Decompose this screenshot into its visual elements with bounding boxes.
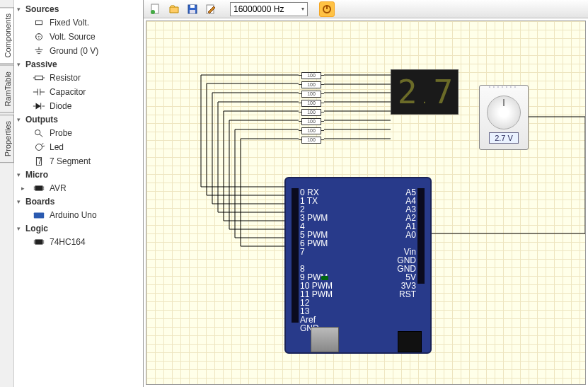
header-left [292,188,299,323]
power-jack [398,331,422,352]
svg-rect-8 [34,212,44,218]
toolbar: 16000000 Hz▾ [144,0,588,18]
capacitor-icon [31,86,47,98]
frequency-select[interactable]: 16000000 Hz▾ [230,2,308,16]
item-capacitor[interactable]: Capacitor [14,85,143,99]
arduino-icon [31,209,47,221]
tab-ramtable[interactable]: RamTable [0,65,14,113]
item-avr[interactable]: ▸AVR [14,181,143,195]
chevron-down-icon: ▾ [301,6,304,12]
open-button[interactable] [166,1,182,17]
svg-rect-13 [190,5,195,8]
resistor-array[interactable]: 100 100 100 100 100 100 100 100 [299,71,324,144]
digit-1: 7 [433,73,451,111]
svg-point-11 [151,10,155,14]
ground-icon [31,45,47,57]
item-arduino-uno[interactable]: Arduino Uno [14,208,143,222]
resistor-icon [31,72,47,83]
side-tab-strip: Components RamTable Properties [0,0,14,387]
chip-icon [31,236,47,248]
new-button[interactable] [148,1,163,17]
svg-point-3 [35,130,40,135]
svg-point-4 [36,144,42,151]
usb-port [311,327,339,352]
pot-ticks: ˈˈˈˈˈˈˈ [480,86,528,91]
cat-logic[interactable]: ▾Logic [14,222,143,235]
volt-source-icon [31,31,47,42]
svg-rect-2 [35,76,43,79]
tab-properties[interactable]: Properties [0,115,14,163]
led-icon [31,141,47,153]
tab-components[interactable]: Components [0,7,14,64]
pins-left: 0 RX1 TX23 PWM45 PWM6 PWM789 PWM10 PWM11… [300,188,333,333]
diode-icon [31,100,47,112]
chip-icon [31,183,47,194]
item-fixed-volt[interactable]: Fixed Volt. [14,16,143,30]
svg-rect-9 [35,239,43,244]
cat-sources[interactable]: ▾Sources [14,3,143,16]
cat-boards[interactable]: ▾Boards [14,195,143,208]
pins-right: A5A4A3A2A1A0VinGNDGND5V3V3RST [397,188,416,299]
seven-segment-display[interactable]: 2 . 7 [391,69,459,115]
cat-outputs[interactable]: ▾Outputs [14,113,143,126]
item-7segment[interactable]: 77 Segment [14,154,143,168]
svg-rect-0 [36,21,42,24]
save-button[interactable] [185,1,200,17]
pot-knob[interactable] [487,96,521,129]
fixed-volt-icon [31,17,47,28]
item-74hc164[interactable]: 74HC164 [14,235,143,249]
svg-text:7: 7 [38,157,42,166]
decimal-point: . [422,91,427,107]
component-tree: ▾Sources Fixed Volt. Volt. Source Ground… [14,0,144,387]
power-button[interactable] [319,1,335,17]
seven-seg-icon: 7 [31,156,47,167]
header-right [417,188,425,284]
item-volt-source[interactable]: Volt. Source [14,30,143,44]
digit-0: 2 [398,73,416,111]
svg-rect-14 [190,10,195,13]
probe-icon [31,127,47,139]
edit-button[interactable] [203,1,219,17]
svg-rect-7 [35,185,43,190]
item-probe[interactable]: Probe [14,126,143,140]
item-ground[interactable]: Ground (0 V) [14,44,143,58]
onboard-led-icon [321,276,328,280]
cat-micro[interactable]: ▾Micro [14,168,143,181]
item-diode[interactable]: Diode [14,99,143,113]
schematic-canvas[interactable]: 100 100 100 100 100 100 100 100 2 . 7 ˈˈ… [146,21,586,385]
item-led[interactable]: Led [14,140,143,154]
arduino-uno-board[interactable]: 0 RX1 TX23 PWM45 PWM6 PWM789 PWM10 PWM11… [284,177,432,354]
potentiometer[interactable]: ˈˈˈˈˈˈˈ 2.7 V [479,85,529,150]
pot-reading: 2.7 V [489,132,519,144]
cat-passive[interactable]: ▾Passive [14,58,143,71]
item-resistor[interactable]: Resistor [14,71,143,85]
